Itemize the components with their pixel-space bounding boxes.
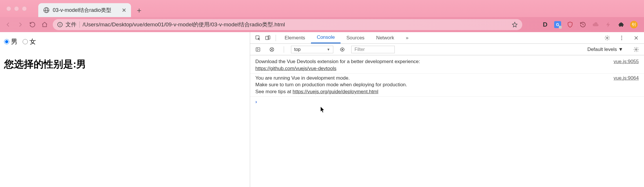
- tab-more[interactable]: »: [400, 32, 414, 43]
- cloud-icon[interactable]: [592, 21, 599, 28]
- shield-icon[interactable]: [566, 21, 574, 28]
- gender-radio-group: 男 女: [4, 37, 246, 46]
- devtools-panel: Elements Console Sources Network »: [250, 32, 644, 187]
- console-log-entry: You are running Vue in development mode.…: [250, 74, 644, 97]
- chevron-down-icon: ▼: [327, 47, 330, 52]
- tab-sources[interactable]: Sources: [341, 32, 370, 43]
- svg-point-9: [342, 49, 343, 50]
- radio-male-label: 男: [11, 37, 17, 46]
- separator: [276, 35, 276, 41]
- extension-d-icon[interactable]: D: [541, 21, 549, 28]
- clear-console-icon[interactable]: [267, 45, 277, 54]
- devtools-settings-icon[interactable]: [602, 33, 612, 43]
- console-log-area: Download the Vue Devtools extension for …: [250, 55, 644, 187]
- browser-tab-active[interactable]: 03-v-model结合radio类型: [38, 3, 131, 17]
- globe-icon: [43, 7, 49, 13]
- home-button[interactable]: [41, 21, 49, 29]
- svg-point-10: [636, 49, 637, 50]
- log-message: You are running Vue in development mode.…: [255, 75, 608, 95]
- separator: [79, 21, 80, 28]
- log-link[interactable]: https://github.com/vuejs/vue-devtools: [255, 66, 336, 71]
- svg-rect-7: [256, 48, 260, 51]
- reload-button[interactable]: [28, 21, 37, 29]
- close-window-icon[interactable]: [6, 6, 11, 11]
- url-path: /Users/mac/Desktop/vue/demo01/09-v-model…: [83, 21, 285, 28]
- mouse-cursor-icon: [320, 106, 325, 113]
- page-body: 男 女 您选择的性别是:男: [0, 32, 250, 187]
- browser-toolbar: i 文件 /Users/mac/Desktop/vue/demo01/09-v-…: [0, 17, 644, 32]
- tab-title: 03-v-model结合radio类型: [53, 7, 111, 14]
- context-value: top: [294, 47, 301, 52]
- site-info-icon[interactable]: i: [57, 22, 63, 27]
- filter-placeholder: Filter: [354, 47, 365, 52]
- devtools-tabs: Elements Console Sources Network »: [250, 32, 644, 44]
- traffic-lights: [0, 6, 27, 11]
- window-title-bar: 03-v-model结合radio类型 ＋: [0, 0, 644, 17]
- log-link[interactable]: https://vuejs.org/guide/deployment.html: [293, 89, 379, 94]
- svg-point-3: [607, 37, 608, 38]
- log-source[interactable]: vue.js:9055: [608, 58, 639, 72]
- inspect-element-icon[interactable]: [253, 33, 263, 43]
- console-toolbar: top ▼ Filter Default levels ▼: [250, 44, 644, 55]
- log-levels-selector[interactable]: Default levels ▼: [587, 47, 623, 52]
- device-toolbar-icon[interactable]: [263, 33, 273, 43]
- result-heading: 您选择的性别是:男: [4, 58, 246, 71]
- tab-elements[interactable]: Elements: [279, 32, 311, 43]
- radio-female-label: 女: [30, 37, 36, 46]
- profile-avatar[interactable]: 钊: [630, 21, 638, 28]
- url-scheme-label: 文件: [66, 21, 77, 28]
- back-button[interactable]: [4, 21, 12, 29]
- svg-point-4: [621, 36, 622, 36]
- bolt-icon[interactable]: [605, 21, 612, 28]
- address-bar[interactable]: i 文件 /Users/mac/Desktop/vue/demo01/09-v-…: [53, 19, 522, 30]
- context-selector[interactable]: top ▼: [291, 46, 333, 53]
- console-settings-icon[interactable]: [631, 45, 641, 54]
- log-message: Download the Vue Devtools extension for …: [255, 58, 608, 72]
- radio-female-input[interactable]: [23, 39, 28, 44]
- radio-male[interactable]: 男: [4, 37, 17, 46]
- forward-button[interactable]: [16, 21, 24, 29]
- browser-tabs: 03-v-model结合radio类型 ＋: [38, 0, 145, 17]
- log-source[interactable]: vue.js:9064: [608, 75, 639, 95]
- devtools-close-icon[interactable]: [631, 33, 641, 43]
- console-sidebar-toggle-icon[interactable]: [253, 45, 263, 54]
- svg-point-5: [621, 37, 622, 38]
- google-translate-icon[interactable]: G: [554, 21, 561, 28]
- minimize-window-icon[interactable]: [14, 6, 19, 11]
- live-expression-icon[interactable]: [337, 45, 347, 54]
- history-icon[interactable]: [579, 21, 587, 28]
- console-prompt[interactable]: ›: [250, 97, 644, 107]
- qr-icon[interactable]: [529, 21, 536, 28]
- maximize-window-icon[interactable]: [22, 6, 27, 11]
- console-filter-input[interactable]: Filter: [351, 46, 395, 53]
- separator: [284, 46, 284, 53]
- levels-label: Default levels ▼: [587, 47, 623, 52]
- tab-network[interactable]: Network: [370, 32, 400, 43]
- extensions-puzzle-icon[interactable]: [617, 21, 625, 28]
- tab-console[interactable]: Console: [311, 32, 341, 43]
- svg-point-6: [621, 39, 622, 40]
- console-log-entry: Download the Vue Devtools extension for …: [250, 57, 644, 74]
- extension-icons: D G 钊: [526, 21, 640, 28]
- new-tab-button[interactable]: ＋: [133, 4, 145, 16]
- close-tab-icon[interactable]: [122, 8, 126, 12]
- radio-female[interactable]: 女: [23, 37, 36, 46]
- radio-male-input[interactable]: [4, 39, 9, 44]
- bookmark-star-icon[interactable]: [512, 22, 518, 28]
- devtools-menu-icon[interactable]: [617, 33, 627, 43]
